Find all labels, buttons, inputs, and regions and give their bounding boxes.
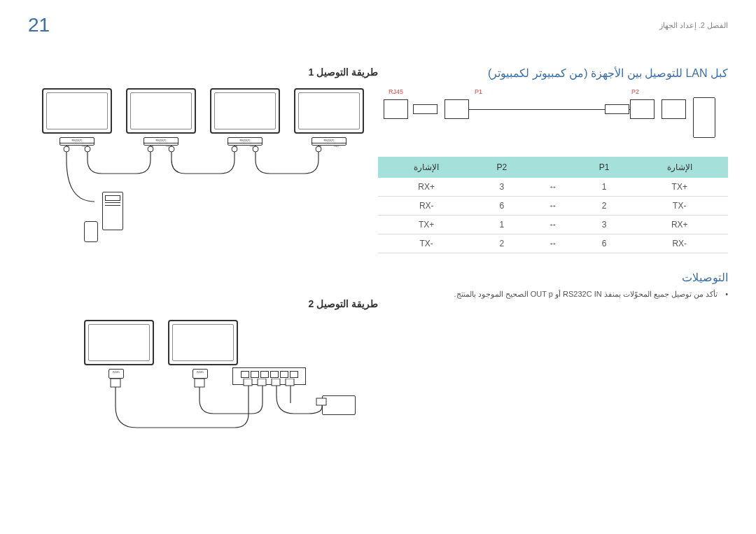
pc-tower-1 (102, 192, 123, 230)
page-number: 21 (28, 14, 50, 36)
svg-rect-9 (244, 379, 252, 386)
svg-point-1 (85, 146, 90, 152)
svg-rect-7 (111, 379, 120, 387)
monitor-4 (294, 88, 364, 134)
svg-rect-11 (272, 379, 280, 386)
plug-p2-out (605, 104, 629, 114)
plug-p1-out (413, 104, 438, 114)
rj45-port-a: RJ45 (108, 369, 124, 379)
svg-point-3 (169, 146, 174, 152)
svg-point-5 (253, 146, 258, 152)
method2-heading: طريقة التوصيل 2 (28, 298, 378, 309)
th-signal-l: الإشارة (378, 157, 475, 178)
pc-tower-icon (693, 97, 715, 138)
connections-bullet: تأكد من توصيل جميع المحوّلات بمنفذ RS232… (378, 290, 728, 299)
pin-assignment-table: الإشارة P2 P1 الإشارة RX+3↔1TX+ RX-6↔2TX… (378, 157, 728, 253)
method1-diagram: RS232CINOUT RS232CINOUT RS232CINOUT RS23… (28, 88, 378, 291)
rj45-jack-right (662, 99, 686, 119)
port-bar-2: RS232CINOUT (144, 137, 178, 146)
lan-cable-heading: كبل LAN للتوصيل بين الأجهزة (من كمبيوتر … (378, 66, 728, 80)
method1-heading: طريقة التوصيل 1 (28, 66, 378, 78)
monitor-3 (210, 88, 280, 134)
method2-diagram: RJ45 RJ45 (28, 320, 378, 481)
connections-heading: التوصيلات (378, 271, 728, 284)
monitor-1 (42, 88, 112, 134)
table-row: RX-6↔2TX- (378, 197, 728, 216)
th-p2: P2 (475, 157, 528, 178)
svg-point-0 (64, 146, 69, 152)
svg-point-2 (148, 146, 153, 152)
serial-connector (84, 221, 98, 242)
table-row: RX+3↔1TX+ (378, 178, 728, 197)
rj45-jack-left (384, 99, 408, 119)
rj45-label: RJ45 (388, 88, 403, 95)
th-signal-r: الإشارة (631, 157, 728, 178)
th-p1: P1 (578, 157, 631, 178)
port-bar-3: RS232CINOUT (227, 137, 262, 146)
port-bar-1: RS232CINOUT (59, 137, 94, 146)
th-blank (528, 157, 577, 178)
svg-rect-12 (286, 379, 294, 386)
svg-point-4 (232, 146, 237, 152)
monitor-2 (126, 88, 196, 134)
svg-point-6 (316, 146, 321, 152)
rj45-port-b: RJ45 (192, 369, 208, 379)
port-bar-4: RS232CINOUT (312, 137, 346, 146)
monitor-a (84, 320, 154, 365)
svg-rect-8 (195, 379, 204, 387)
p1-label: P1 (475, 88, 482, 95)
svg-rect-13 (316, 398, 326, 405)
jack-p2 (630, 99, 654, 119)
table-row: TX+1↔3RX+ (378, 216, 728, 234)
jack-p1 (444, 99, 469, 119)
cable-svg-2 (28, 379, 378, 484)
svg-rect-10 (258, 379, 266, 386)
lan-cable-diagram: RJ45 P1 P2 (378, 87, 728, 146)
p2-label: P2 (631, 88, 639, 95)
monitor-b (168, 320, 238, 365)
cable-svg-1 (28, 146, 378, 286)
chapter-title: الفصل 2. إعداد الجهاز (659, 21, 728, 30)
table-row: TX-2↔6RX- (378, 234, 728, 253)
